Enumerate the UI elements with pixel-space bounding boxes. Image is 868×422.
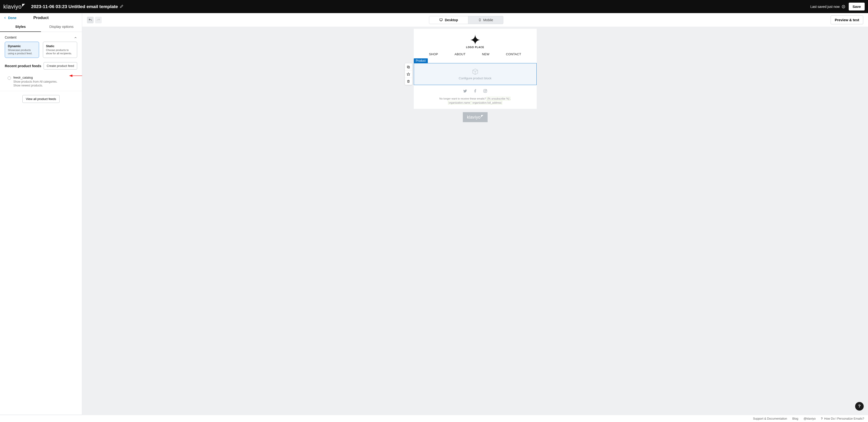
- tab-display-options[interactable]: Display options: [41, 22, 82, 32]
- nav-about[interactable]: ABOUT: [455, 53, 465, 56]
- nav-shop[interactable]: SHOP: [429, 53, 438, 56]
- dynamic-title: Dynamic: [8, 44, 36, 48]
- feed-item-name: feedr_catalog: [13, 76, 57, 79]
- feed-item-radio[interactable]: [8, 76, 11, 80]
- view-all-feeds-button[interactable]: View all product feeds: [22, 95, 60, 103]
- nav-new[interactable]: NEW: [482, 53, 490, 56]
- unsubscribe-token[interactable]: {% unsubscribe %}: [487, 97, 510, 100]
- feed-item[interactable]: feedr_catalog Show products from All cat…: [0, 72, 82, 92]
- footer-bar: Support & Documentation Blog @klaviyo ? …: [0, 415, 868, 422]
- svg-rect-9: [407, 66, 409, 68]
- org-address-token[interactable]: organization.full_address: [472, 101, 502, 104]
- help-button[interactable]: ?: [855, 402, 864, 411]
- block-controls: [405, 63, 412, 85]
- klaviyo-footer-badge: klaviyo: [463, 112, 488, 122]
- footer-handle[interactable]: @klaviyo: [803, 417, 815, 420]
- template-title: 2023-11-06 03:23 Untitled email template: [31, 4, 118, 9]
- favorite-block-button[interactable]: [405, 70, 412, 78]
- svg-rect-8: [408, 66, 410, 68]
- content-section-toggle[interactable]: Content: [0, 32, 82, 42]
- product-block[interactable]: Configure product block: [414, 63, 537, 85]
- static-desc: Choose products to show for all recipien…: [46, 48, 74, 55]
- duplicate-block-button[interactable]: [405, 63, 412, 70]
- recent-feeds-heading: Recent product feeds: [5, 64, 41, 68]
- brand-text: klaviyo: [3, 3, 22, 10]
- last-saved-status: Last saved just now: [810, 5, 845, 8]
- canvas-area: Desktop Mobile Preview & test LOGO PLACE: [82, 13, 868, 415]
- device-desktop[interactable]: Desktop: [429, 16, 468, 24]
- svg-rect-5: [440, 19, 442, 21]
- svg-marker-10: [407, 73, 410, 75]
- footer-personalize[interactable]: ? How Do I Personalize Emails?: [821, 417, 864, 420]
- social-row: [414, 85, 537, 96]
- edit-title-icon[interactable]: [120, 4, 123, 9]
- email-footer: No longer want to receive these emails? …: [414, 96, 537, 109]
- sidebar: Done Product Styles Display options Cont…: [0, 13, 82, 415]
- delete-block-button[interactable]: [405, 78, 412, 85]
- static-title: Static: [46, 44, 74, 48]
- product-block-tag: Product: [414, 58, 428, 63]
- svg-point-12: [485, 90, 486, 92]
- brand-logo: klaviyo: [3, 3, 25, 10]
- facebook-icon[interactable]: [473, 89, 477, 94]
- undo-button[interactable]: [87, 17, 94, 23]
- svg-point-13: [486, 90, 487, 90]
- instagram-icon[interactable]: [483, 89, 487, 94]
- svg-point-2: [842, 5, 845, 8]
- question-icon: ?: [821, 417, 823, 420]
- nav-contact[interactable]: CONTACT: [506, 53, 521, 56]
- tab-styles[interactable]: Styles: [0, 22, 41, 32]
- logo-placeholder-text: LOGO PLACE: [414, 46, 537, 48]
- org-name-token[interactable]: organization.name: [448, 101, 471, 104]
- content-mode-static[interactable]: Static Choose products to show for all r…: [43, 42, 77, 58]
- footer-blog[interactable]: Blog: [792, 417, 798, 420]
- package-icon: [472, 68, 478, 75]
- footer-support[interactable]: Support & Documentation: [753, 417, 787, 420]
- email-preview: LOGO PLACE SHOP ABOUT NEW CONTACT Produc…: [414, 29, 537, 109]
- top-bar: klaviyo 2023-11-06 03:23 Untitled email …: [0, 0, 868, 13]
- device-toggle: Desktop Mobile: [429, 16, 503, 24]
- footer-period: .: [510, 97, 511, 100]
- feed-item-meta-1: Show products from All categories.: [13, 80, 57, 84]
- product-block-placeholder-text: Configure product block: [459, 76, 491, 80]
- save-button[interactable]: Save: [849, 3, 865, 10]
- content-section-label: Content: [5, 35, 17, 39]
- preview-test-button[interactable]: Preview & test: [831, 15, 863, 24]
- email-nav: SHOP ABOUT NEW CONTACT: [414, 51, 537, 58]
- dynamic-desc: Showcase products using a product feed.: [8, 48, 36, 55]
- create-product-feed-button[interactable]: Create product feed: [43, 62, 77, 69]
- redo-button[interactable]: [95, 17, 102, 23]
- device-mobile[interactable]: Mobile: [468, 16, 503, 24]
- content-mode-dynamic[interactable]: Dynamic Showcase products using a produc…: [5, 42, 39, 58]
- twitter-icon[interactable]: [463, 89, 467, 94]
- feed-item-meta-2: Show newest products.: [13, 84, 57, 88]
- logo-placeholder[interactable]: LOGO PLACE: [414, 34, 537, 48]
- unsub-prefix: No longer want to receive these emails?: [439, 97, 487, 100]
- chevron-up-icon: [74, 35, 77, 39]
- done-button[interactable]: Done: [3, 16, 17, 20]
